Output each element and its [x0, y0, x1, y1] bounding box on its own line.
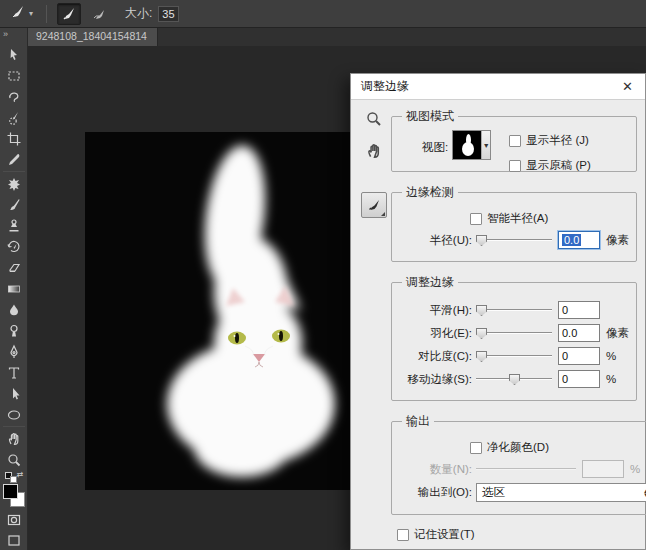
chevron-down-icon: ▼: [481, 131, 490, 159]
smooth-slider-handle[interactable]: [476, 305, 487, 316]
output-to-value: 选区: [482, 485, 505, 500]
dodge-tool[interactable]: [2, 320, 26, 341]
photoshop-window: ▾ 大小: 35 »: [0, 0, 646, 550]
show-original-label: 显示原稿 (P): [526, 158, 591, 173]
blur-tool[interactable]: [2, 299, 26, 320]
erase-refinements-brush-icon: [91, 6, 107, 22]
show-radius-label: 显示半径 (J): [526, 133, 589, 148]
radius-unit: 像素: [606, 233, 630, 248]
decontaminate-colors-label: 净化颜色(D): [487, 440, 549, 455]
smooth-slider[interactable]: [476, 303, 552, 317]
radius-label: 半径(U):: [398, 233, 476, 248]
gradient-tool[interactable]: [2, 278, 26, 299]
foreground-background-swatches[interactable]: [1, 483, 27, 509]
contrast-input[interactable]: 0: [558, 347, 600, 365]
adjust-edge-group-title: 调整边缘: [402, 274, 458, 291]
adjust-edge-group: 调整边缘 平滑(H): 0 羽化(E): 0.0 像素 对比度(C): 0: [391, 274, 637, 401]
quick-mask-icon[interactable]: [2, 509, 26, 530]
zoom-tool[interactable]: [2, 449, 26, 470]
pen-tool[interactable]: [2, 341, 26, 362]
view-mode-group-title: 视图模式: [402, 108, 458, 125]
eraser-tool[interactable]: [2, 257, 26, 278]
feather-label: 羽化(E):: [398, 326, 476, 341]
eyedropper-tool[interactable]: [2, 149, 26, 170]
brush-size-label: 大小:: [125, 5, 152, 22]
brush-tool[interactable]: [2, 194, 26, 215]
canvas-image-white-cat[interactable]: [85, 132, 357, 490]
view-label: 视图:: [422, 140, 448, 155]
shift-edge-unit: %: [606, 373, 630, 385]
contrast-slider-handle[interactable]: [476, 351, 487, 362]
quick-selection-tool[interactable]: [2, 107, 26, 128]
erase-refinements-button[interactable]: [87, 3, 111, 25]
options-separator: [46, 5, 47, 23]
remember-settings-label: 记住设置(T): [414, 527, 475, 542]
lasso-tool[interactable]: [2, 86, 26, 107]
toolbar-separator: [3, 426, 25, 427]
view-mode-group: 视图模式 视图: ▼ 显示半径 (J): [391, 108, 637, 172]
smooth-input[interactable]: 0: [558, 301, 600, 319]
document-tab-bar: 9248108_18404154814: [28, 28, 646, 46]
swap-colors-icon[interactable]: ⇄: [3, 470, 25, 482]
move-tool[interactable]: [2, 44, 26, 65]
dialog-title-bar[interactable]: 调整边缘 ✕: [351, 74, 645, 100]
decontaminate-colors-checkbox[interactable]: [470, 442, 482, 454]
marquee-tool[interactable]: [2, 65, 26, 86]
shift-edge-slider[interactable]: [476, 372, 552, 386]
dropdown-arrow-icon: ▾: [29, 9, 33, 18]
view-thumbnail: [453, 131, 481, 159]
output-group: 输出 净化颜色(D) 数量(N): % 输出到(O): 选区 ▲▼: [391, 413, 646, 515]
brush-size-value[interactable]: 35: [158, 6, 178, 22]
output-group-title: 输出: [402, 413, 434, 430]
radius-input[interactable]: 0.0: [558, 231, 600, 249]
show-original-checkbox[interactable]: [509, 160, 521, 172]
amount-slider: [476, 462, 576, 476]
hand-tool[interactable]: [2, 428, 26, 449]
type-tool[interactable]: [2, 362, 26, 383]
document-tab[interactable]: 9248108_18404154814: [28, 28, 158, 46]
close-icon[interactable]: ✕: [620, 80, 635, 93]
feather-slider[interactable]: [476, 326, 552, 340]
feather-unit: 像素: [606, 326, 630, 341]
feather-input[interactable]: 0.0: [558, 324, 600, 342]
contrast-label: 对比度(C):: [398, 349, 476, 364]
clone-stamp-tool[interactable]: [2, 215, 26, 236]
history-brush-tool[interactable]: [2, 236, 26, 257]
radius-slider[interactable]: [476, 233, 552, 247]
amount-input: [582, 460, 624, 478]
shift-edge-input[interactable]: 0: [558, 370, 600, 388]
output-to-select[interactable]: 选区 ▲▼: [476, 483, 646, 502]
expand-brush-icon: [61, 6, 77, 22]
shape-tool[interactable]: [2, 404, 26, 425]
screen-mode-icon[interactable]: [2, 530, 26, 550]
dialog-title: 调整边缘: [361, 78, 620, 95]
remember-settings-checkbox[interactable]: [397, 529, 409, 541]
smooth-label: 平滑(H):: [398, 303, 476, 318]
contrast-slider[interactable]: [476, 349, 552, 363]
foreground-color-swatch[interactable]: [3, 484, 18, 499]
crop-tool[interactable]: [2, 128, 26, 149]
feather-slider-handle[interactable]: [476, 328, 487, 339]
smart-radius-label: 智能半径(A): [487, 211, 548, 226]
refine-edge-dialog: 调整边缘 ✕ 视图模式 视图:: [350, 73, 646, 550]
radius-slider-handle[interactable]: [476, 235, 487, 246]
refine-radius-brush-icon: [9, 4, 27, 24]
tools-panel: » ⇄: [0, 28, 28, 550]
view-thumbnail-dropdown[interactable]: ▼: [452, 130, 491, 160]
healing-brush-tool[interactable]: [2, 173, 26, 194]
edge-detection-group-title: 边缘检测: [402, 184, 458, 201]
show-radius-checkbox[interactable]: [509, 135, 521, 147]
current-tool-preview[interactable]: ▾: [6, 2, 36, 26]
panel-collapse-icon[interactable]: »: [0, 28, 10, 40]
edge-detection-group: 边缘检测 智能半径(A) 半径(U): 0.0 像素: [391, 184, 637, 262]
contrast-unit: %: [606, 350, 630, 362]
amount-label: 数量(N):: [398, 462, 476, 477]
shift-edge-label: 移动边缘(S):: [398, 372, 476, 387]
toolbar-separator: [3, 171, 25, 172]
shift-edge-slider-handle[interactable]: [509, 374, 520, 385]
expand-brush-button[interactable]: [57, 3, 81, 25]
path-selection-tool[interactable]: [2, 383, 26, 404]
amount-unit: %: [630, 463, 646, 475]
smart-radius-checkbox[interactable]: [470, 213, 482, 225]
document-tab-title: 9248108_18404154814: [36, 30, 147, 42]
